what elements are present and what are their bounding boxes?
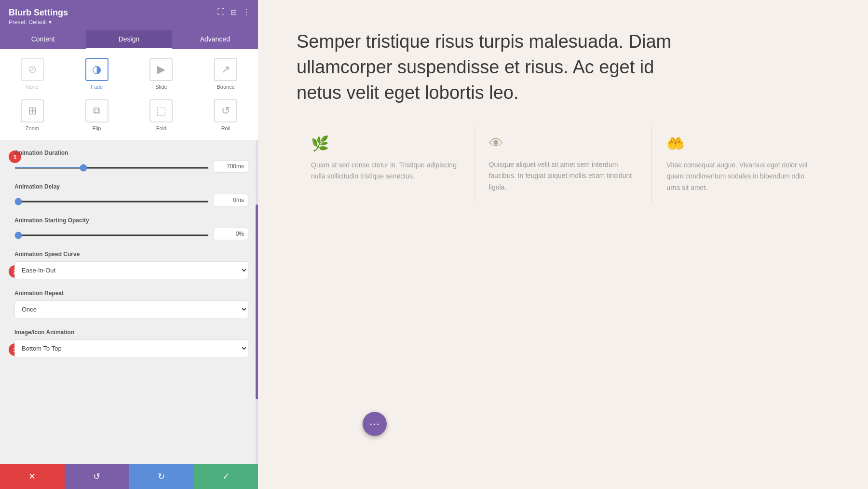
anim-slide[interactable]: ▶ Slide bbox=[129, 53, 194, 95]
main-content: Semper tristique risus turpis malesuada.… bbox=[258, 0, 868, 489]
anim-zoom-label: Zoom bbox=[26, 125, 39, 131]
save-button[interactable]: ✓ bbox=[193, 464, 258, 489]
animation-duration-value[interactable] bbox=[214, 160, 248, 173]
zoom-icon: ⊞ bbox=[21, 99, 44, 122]
card-1: 🌿 Quam at sed conse ctetur in. Tristique… bbox=[297, 125, 475, 204]
animation-delay-slider[interactable] bbox=[14, 201, 209, 203]
roll-icon: ↺ bbox=[214, 99, 237, 122]
card-3-text: Vitae consequat augue. Vivamus eget dolo… bbox=[666, 160, 815, 194]
animation-type-grid: ⊘ None ◑ Fade ▶ Slide ↗ Bounce ⊞ Zoom ⧉ … bbox=[0, 49, 258, 140]
card-1-text: Quam at sed conse ctetur in. Tristique a… bbox=[311, 160, 460, 183]
animation-opacity-value[interactable] bbox=[214, 228, 248, 240]
animation-duration-slider[interactable] bbox=[14, 167, 209, 169]
card-1-icon: 🌿 bbox=[311, 135, 460, 152]
anim-none-label: None bbox=[26, 84, 39, 90]
animation-delay-value[interactable] bbox=[214, 194, 248, 206]
anim-roll-label: Roll bbox=[221, 125, 231, 131]
fade-icon: ◑ bbox=[85, 58, 108, 81]
animation-duration-group: Animation Duration bbox=[14, 149, 248, 173]
card-3-icon: 🤲 bbox=[666, 135, 815, 152]
animation-delay-group: Animation Delay bbox=[14, 183, 248, 206]
animation-repeat-select[interactable]: Once Loop Loop Backwards bbox=[14, 300, 248, 318]
more-icon[interactable]: ⋮ bbox=[243, 8, 250, 17]
anim-fade[interactable]: ◑ Fade bbox=[65, 53, 129, 95]
animation-speed-curve-group: Animation Speed Curve Linear Ease Ease-I… bbox=[14, 251, 248, 279]
fab-button[interactable]: ··· bbox=[363, 412, 387, 436]
panel-scroll-area: 1 Animation Duration Animation Delay bbox=[0, 140, 258, 464]
animation-speed-curve-select[interactable]: Linear Ease Ease-In Ease-Out Ease-In-Out bbox=[14, 261, 248, 279]
card-2-icon: 👁 bbox=[489, 135, 637, 151]
animation-duration-row bbox=[14, 160, 248, 173]
animation-opacity-label: Animation Starting Opacity bbox=[14, 217, 248, 224]
tab-content[interactable]: Content bbox=[0, 30, 86, 49]
scrollbar-thumb[interactable] bbox=[256, 204, 258, 399]
fullscreen-icon[interactable]: ⛶ bbox=[217, 8, 225, 17]
animation-repeat-group: Animation Repeat Once Loop Loop Backward… bbox=[14, 290, 248, 318]
panel-header: Blurb Settings Preset: Default ▾ ⛶ ⊟ ⋮ bbox=[0, 0, 258, 30]
animation-opacity-slider-wrap bbox=[14, 230, 209, 238]
scrollbar-track bbox=[256, 140, 258, 464]
animation-duration-label: Animation Duration bbox=[14, 149, 248, 156]
animation-delay-row bbox=[14, 194, 248, 206]
flip-icon: ⧉ bbox=[85, 99, 108, 122]
anim-bounce-label: Bounce bbox=[217, 84, 234, 90]
anim-flip-label: Flip bbox=[93, 125, 101, 131]
cancel-button[interactable]: ✕ bbox=[0, 464, 65, 489]
animation-opacity-group: Animation Starting Opacity bbox=[14, 217, 248, 240]
animation-speed-curve-label: Animation Speed Curve bbox=[14, 251, 248, 258]
animation-delay-slider-wrap bbox=[14, 196, 209, 204]
animation-duration-slider-wrap bbox=[14, 162, 209, 171]
split-icon[interactable]: ⊟ bbox=[231, 8, 237, 17]
tab-advanced[interactable]: Advanced bbox=[172, 30, 258, 49]
bounce-icon: ↗ bbox=[214, 58, 237, 81]
anim-zoom[interactable]: ⊞ Zoom bbox=[0, 95, 65, 136]
anim-slide-label: Slide bbox=[155, 84, 167, 90]
redo-button[interactable]: ↻ bbox=[129, 464, 194, 489]
animation-opacity-row bbox=[14, 228, 248, 240]
anim-bounce[interactable]: ↗ Bounce bbox=[193, 53, 258, 95]
animation-opacity-slider[interactable] bbox=[14, 234, 209, 236]
image-icon-animation-label: Image/Icon Animation bbox=[14, 329, 248, 336]
anim-none[interactable]: ⊘ None bbox=[0, 53, 65, 95]
settings-panel: Blurb Settings Preset: Default ▾ ⛶ ⊟ ⋮ C… bbox=[0, 0, 258, 489]
animation-delay-label: Animation Delay bbox=[14, 183, 248, 190]
card-2-text: Quisque aliquet velit sit amet sem inter… bbox=[489, 159, 637, 193]
anim-fold[interactable]: ⬚ Fold bbox=[129, 95, 194, 136]
hero-text: Semper tristique risus turpis malesuada.… bbox=[297, 29, 673, 106]
panel-header-icons: ⛶ ⊟ ⋮ bbox=[217, 8, 250, 17]
none-icon: ⊘ bbox=[21, 58, 44, 81]
anim-flip[interactable]: ⧉ Flip bbox=[65, 95, 129, 136]
cards-row: 🌿 Quam at sed conse ctetur in. Tristique… bbox=[297, 125, 829, 204]
fold-icon: ⬚ bbox=[149, 99, 173, 122]
anim-fade-label: Fade bbox=[91, 84, 103, 90]
animation-repeat-label: Animation Repeat bbox=[14, 290, 248, 297]
slide-icon: ▶ bbox=[149, 58, 173, 81]
panel-preset[interactable]: Preset: Default ▾ bbox=[9, 19, 249, 26]
anim-fold-label: Fold bbox=[156, 125, 166, 131]
panel-footer: ✕ ↺ ↻ ✓ bbox=[0, 464, 258, 489]
image-icon-animation-group: Image/Icon Animation None Bottom To Top … bbox=[14, 329, 248, 357]
image-icon-animation-select[interactable]: None Bottom To Top Top To Bottom Left To… bbox=[14, 340, 248, 357]
undo-button[interactable]: ↺ bbox=[65, 464, 129, 489]
panel-title: Blurb Settings bbox=[9, 8, 249, 18]
anim-roll[interactable]: ↺ Roll bbox=[193, 95, 258, 136]
tabs-bar: Content Design Advanced bbox=[0, 30, 258, 49]
tab-design[interactable]: Design bbox=[86, 30, 172, 49]
card-3: 🤲 Vitae consequat augue. Vivamus eget do… bbox=[652, 125, 829, 204]
card-2: 👁 Quisque aliquet velit sit amet sem int… bbox=[475, 125, 652, 204]
